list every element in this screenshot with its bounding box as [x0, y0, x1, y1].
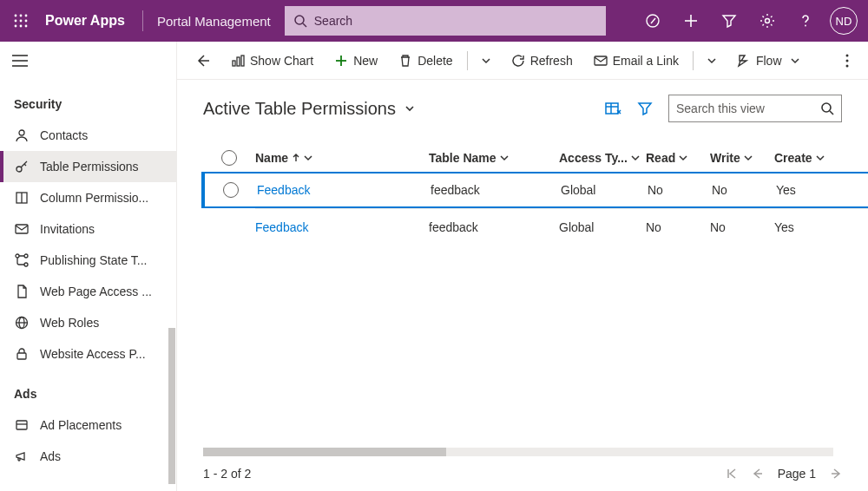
sidebar-item-web-page-access[interactable]: Web Page Access ... — [0, 276, 176, 307]
sidebar-item-web-roles[interactable]: Web Roles — [0, 307, 176, 338]
svg-rect-38 — [595, 56, 607, 65]
page-label: Page 1 — [778, 467, 816, 481]
svg-point-41 — [846, 64, 849, 67]
prev-page-button[interactable] — [752, 468, 764, 480]
mail-icon — [594, 54, 608, 68]
sidebar-item-contacts[interactable]: Contacts — [0, 120, 176, 151]
column-header-create[interactable]: Create — [774, 151, 844, 165]
svg-point-1 — [20, 15, 23, 17]
svg-point-4 — [20, 20, 23, 23]
sidebar-item-website-access[interactable]: Website Access P... — [0, 338, 176, 370]
delete-button[interactable]: Delete — [390, 47, 461, 75]
megaphone-icon — [14, 448, 30, 464]
sidebar-item-ad-placements[interactable]: Ad Placements — [0, 409, 176, 441]
user-avatar[interactable]: ND — [830, 7, 858, 35]
svg-point-45 — [822, 103, 831, 112]
search-this-view[interactable]: Search this view — [668, 95, 842, 122]
cell-write: No — [710, 220, 774, 234]
page-icon — [14, 284, 30, 299]
svg-point-15 — [805, 25, 806, 27]
column-header-access[interactable]: Access Ty... — [559, 151, 646, 165]
divider — [142, 10, 143, 31]
key-icon — [14, 159, 30, 174]
column-header-write[interactable]: Write — [710, 151, 774, 165]
next-page-button[interactable] — [830, 468, 842, 480]
svg-point-9 — [295, 16, 304, 24]
sidebar-item-ads[interactable]: Ads — [0, 441, 176, 472]
person-icon — [14, 128, 30, 143]
horizontal-scrollbar[interactable] — [203, 448, 833, 456]
delete-split[interactable] — [473, 47, 499, 75]
chart-icon — [231, 54, 245, 68]
sidebar-scrollbar[interactable] — [168, 328, 175, 484]
settings-icon[interactable] — [748, 0, 786, 42]
back-button[interactable] — [187, 47, 219, 75]
edit-columns-button[interactable] — [604, 100, 621, 117]
svg-point-14 — [766, 19, 770, 23]
email-link-button[interactable]: Email a Link — [585, 47, 687, 75]
sidebar-group-ads: Ads — [0, 370, 176, 409]
svg-point-24 — [16, 254, 19, 258]
add-icon[interactable] — [672, 0, 710, 42]
refresh-button[interactable]: Refresh — [503, 47, 582, 75]
grid-footer: 1 - 2 of 2 Page 1 — [177, 456, 868, 491]
cell-create: Yes — [774, 220, 844, 234]
svg-point-7 — [20, 25, 23, 28]
flow-icon — [737, 54, 751, 68]
placement-icon — [14, 417, 30, 433]
show-chart-button[interactable]: Show Chart — [222, 47, 322, 75]
column-header-table[interactable]: Table Name — [429, 151, 559, 165]
email-link-split[interactable] — [699, 47, 725, 75]
cell-create: Yes — [776, 183, 845, 197]
app-launcher[interactable] — [0, 0, 42, 42]
trash-icon — [398, 54, 412, 68]
sidebar-item-column-permissions[interactable]: Column Permissio... — [0, 182, 176, 213]
row-selector[interactable] — [223, 182, 239, 198]
separator — [467, 51, 468, 70]
overflow-button[interactable] — [837, 47, 858, 75]
global-search[interactable]: Search — [285, 6, 606, 36]
svg-rect-31 — [16, 421, 27, 429]
svg-rect-34 — [237, 57, 240, 66]
column-header-name[interactable]: Name — [255, 151, 429, 165]
svg-point-2 — [25, 15, 28, 17]
sidebar-group-security: Security — [0, 80, 176, 120]
new-button[interactable]: New — [326, 47, 386, 75]
svg-point-5 — [25, 20, 28, 23]
cell-write: No — [712, 183, 776, 197]
cell-table: feedback — [429, 220, 559, 234]
svg-point-6 — [15, 25, 17, 28]
svg-point-3 — [15, 20, 17, 23]
svg-rect-35 — [241, 56, 244, 66]
lock-icon — [14, 346, 30, 362]
column-header-read[interactable]: Read — [646, 151, 710, 165]
filter-icon[interactable] — [710, 0, 748, 42]
view-selector[interactable] — [404, 103, 415, 114]
svg-line-10 — [303, 23, 306, 27]
search-icon — [293, 14, 307, 28]
svg-point-25 — [24, 263, 28, 266]
first-page-button[interactable] — [726, 468, 738, 480]
svg-rect-42 — [606, 103, 618, 114]
column-icon — [14, 190, 30, 206]
cell-access: Global — [561, 183, 648, 197]
command-bar: Show Chart New Delete Refresh Email a Li… — [177, 42, 868, 80]
search-placeholder: Search — [314, 14, 352, 28]
flow-button[interactable]: Flow — [728, 47, 808, 75]
svg-point-19 — [19, 130, 24, 135]
table-row[interactable]: Feedback feedback Global No No Yes — [203, 209, 868, 245]
sidebar-item-invitations[interactable]: Invitations — [0, 213, 176, 245]
cell-name[interactable]: Feedback — [257, 183, 431, 197]
help-icon[interactable] — [786, 0, 825, 42]
svg-line-46 — [830, 111, 833, 115]
table-row[interactable]: Feedback feedback Global No No Yes — [201, 172, 868, 208]
assistant-icon[interactable] — [634, 0, 672, 42]
app-area[interactable]: Portal Management — [157, 14, 271, 29]
filter-button[interactable] — [637, 101, 653, 116]
select-all[interactable] — [221, 150, 237, 166]
sidebar-toggle[interactable] — [0, 42, 176, 80]
sidebar-item-table-permissions[interactable]: Table Permissions — [0, 151, 176, 182]
search-icon — [820, 101, 834, 115]
cell-name[interactable]: Feedback — [255, 220, 429, 234]
sidebar-item-publishing-state[interactable]: Publishing State T... — [0, 245, 176, 276]
